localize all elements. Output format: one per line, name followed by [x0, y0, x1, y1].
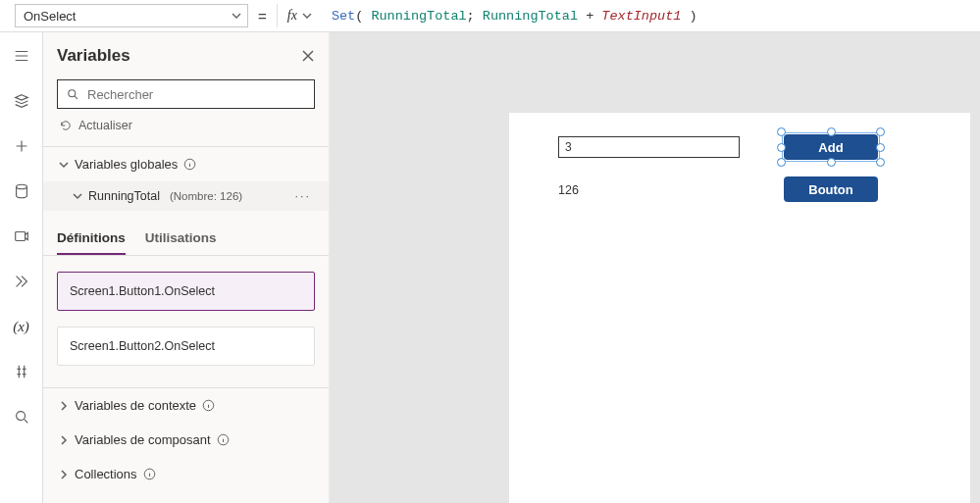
search-icon [66, 87, 79, 101]
resize-handle[interactable] [876, 158, 885, 167]
textinput-value: 3 [565, 140, 572, 154]
refresh-button[interactable]: Actualiser [57, 119, 315, 132]
chevron-right-icon [59, 401, 69, 411]
formula-token: RunningTotal [483, 9, 578, 24]
property-name: OnSelect [24, 9, 76, 24]
chevron-down-icon [73, 191, 82, 201]
definition-card[interactable]: Screen1.Button2.OnSelect [57, 327, 315, 366]
chevron-right-icon [59, 470, 69, 479]
search-input[interactable] [87, 87, 306, 102]
running-total-label[interactable]: 126 [558, 183, 579, 197]
section-label: Variables de contexte [75, 398, 196, 413]
variable-tabs: Définitions Utilisations [43, 225, 329, 256]
section-label: Variables globales [75, 157, 178, 172]
formula-token: RunningTotal [371, 9, 466, 24]
chevron-down-icon [232, 11, 241, 21]
fx-label: fx [287, 8, 297, 24]
formula-token: TextInput1 [601, 9, 681, 24]
bouton-button[interactable]: Bouton [784, 176, 878, 202]
formula-token: ( [355, 9, 371, 24]
formula-token: ; [467, 9, 483, 24]
hamburger-icon [13, 47, 30, 65]
rail-tools[interactable] [8, 358, 35, 385]
database-icon [13, 182, 30, 200]
rail-media[interactable] [8, 223, 35, 250]
add-button[interactable]: Add [784, 134, 878, 160]
svg-point-0 [16, 184, 26, 189]
chevron-down-icon [59, 160, 69, 170]
formula-bar: OnSelect = fx Set( RunningTotal; Running… [0, 0, 980, 32]
chevron-right-icon [59, 435, 69, 445]
svg-point-2 [16, 412, 25, 421]
formula-token: + [578, 9, 601, 24]
tools-icon [13, 363, 30, 380]
formula-token: Set [332, 9, 355, 24]
refresh-icon [59, 119, 73, 132]
close-icon[interactable] [301, 49, 315, 63]
search-box[interactable] [57, 79, 315, 109]
textinput1[interactable]: 3 [558, 136, 740, 158]
definition-card[interactable]: Screen1.Button1.OnSelect [57, 272, 315, 311]
flow-icon [13, 273, 30, 290]
formula-input[interactable]: Set( RunningTotal; RunningTotal + TextIn… [326, 4, 980, 27]
info-icon [183, 158, 196, 171]
resize-handle[interactable] [777, 158, 786, 167]
section-component-variables[interactable]: Variables de composant [57, 423, 315, 457]
tab-usages[interactable]: Utilisations [145, 225, 217, 255]
rail-insert[interactable] [8, 132, 35, 160]
variable-name: RunningTotal [88, 189, 160, 203]
more-icon[interactable]: ··· [295, 189, 311, 203]
section-context-variables[interactable]: Variables de contexte [57, 388, 315, 423]
svg-rect-1 [15, 232, 25, 241]
rail-hamburger[interactable] [8, 42, 35, 70]
variable-type: (Nombre: 126) [170, 190, 242, 202]
rail-variables[interactable]: (x) [8, 313, 35, 340]
chevron-down-icon [302, 11, 312, 21]
section-label: Collections [75, 467, 137, 481]
refresh-label: Actualiser [78, 119, 132, 132]
info-icon [143, 468, 156, 480]
fx-dropdown[interactable]: fx [277, 4, 320, 27]
variable-info: RunningTotal (Nombre: 126) [73, 189, 242, 203]
section-collections[interactable]: Collections [57, 457, 315, 491]
body: (x) Variables Actualiser Variables globa… [0, 32, 980, 503]
variables-panel: Variables Actualiser Variables globales … [43, 32, 330, 503]
property-dropdown[interactable]: OnSelect [15, 4, 248, 27]
panel-title: Variables [57, 46, 130, 66]
search-icon [13, 408, 30, 426]
plus-icon [13, 137, 30, 155]
media-icon [13, 227, 30, 245]
section-label: Variables de composant [75, 432, 211, 447]
variable-row-runningtotal[interactable]: RunningTotal (Nombre: 126) ··· [43, 181, 329, 211]
info-icon [217, 433, 230, 446]
rail-treeview[interactable] [8, 87, 35, 115]
info-icon [202, 399, 215, 412]
tab-definitions[interactable]: Définitions [57, 225, 126, 255]
screen-artboard[interactable]: 3 126 Add Bouton [509, 113, 970, 503]
formula-token: ) [681, 9, 696, 24]
left-rail: (x) [0, 32, 43, 503]
rail-powerautomate[interactable] [8, 268, 35, 295]
panel-header: Variables [57, 46, 315, 66]
equals-sign: = [254, 8, 271, 25]
canvas[interactable]: 3 126 Add Bouton [330, 32, 980, 503]
layers-icon [13, 92, 30, 110]
variables-icon: (x) [13, 319, 29, 335]
rail-data[interactable] [8, 177, 35, 205]
resize-handle[interactable] [876, 127, 885, 136]
svg-point-3 [69, 90, 76, 97]
rail-search[interactable] [8, 403, 35, 430]
section-global-variables[interactable]: Variables globales [57, 147, 315, 181]
